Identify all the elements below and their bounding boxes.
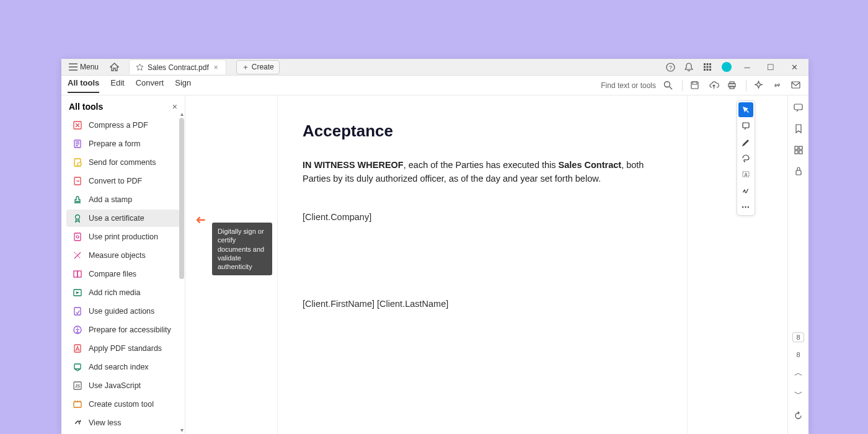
- svg-rect-3: [707, 63, 709, 65]
- tool-item-measure[interactable]: Measure objects: [66, 247, 180, 264]
- signature-tool[interactable]: [738, 183, 753, 198]
- tool-list: Compress a PDFPrepare a formSend for com…: [61, 117, 185, 434]
- comments-panel-button[interactable]: [792, 102, 805, 114]
- create-button[interactable]: ＋ Create: [236, 60, 280, 74]
- tab-title: Sales Contract.pdf: [148, 63, 209, 72]
- profile-avatar[interactable]: [722, 62, 732, 72]
- rotate-button[interactable]: [792, 409, 805, 422]
- tool-item-convert[interactable]: Convert to PDF: [66, 172, 180, 190]
- svg-rect-44: [799, 151, 802, 154]
- scrollbar-thumb[interactable]: [179, 118, 184, 279]
- document-page: Acceptance IN WITNESS WHEREOF, each of t…: [277, 95, 688, 434]
- guided-icon: [73, 306, 82, 316]
- form-icon: [73, 139, 82, 149]
- tool-item-label: Use guided actions: [89, 307, 154, 316]
- scrollbar-up-arrow[interactable]: ▴: [179, 110, 185, 117]
- page-down-button[interactable]: ﹀: [792, 388, 805, 401]
- tab-all-tools[interactable]: All tools: [68, 78, 99, 93]
- select-tool[interactable]: [738, 102, 753, 117]
- doc-heading: Acceptance: [303, 122, 662, 141]
- doc-field-name: [Client.FirstName] [Client.LastName]: [303, 299, 662, 309]
- search-index-icon: [73, 362, 82, 372]
- tab-sign[interactable]: Sign: [175, 78, 191, 93]
- bell-icon: [684, 63, 693, 72]
- apps-button[interactable]: [703, 63, 714, 71]
- comment-tool[interactable]: [738, 118, 753, 133]
- tool-item-print-production[interactable]: Use print production: [66, 228, 180, 246]
- doc-field-company: [Client.Company]: [303, 212, 662, 222]
- tool-item-custom-tool[interactable]: Create custom tool: [66, 396, 180, 413]
- main-area: All tools × Compress a PDFPrepare a form…: [61, 95, 808, 434]
- highlight-tool[interactable]: [738, 135, 753, 149]
- tool-item-stamp[interactable]: Add a stamp: [66, 191, 180, 208]
- toolbar-divider: [746, 80, 746, 91]
- accessibility-icon: [73, 325, 82, 335]
- more-tools[interactable]: ⋯: [738, 199, 753, 214]
- tab-close-button[interactable]: ×: [213, 63, 219, 72]
- tool-item-compress[interactable]: Compress a PDF: [66, 117, 180, 134]
- svg-rect-42: [799, 146, 802, 149]
- tool-item-label: Apply PDF standards: [89, 344, 162, 353]
- doc-text1: , each of the Parties has executed this: [404, 160, 559, 170]
- scrollbar-down-arrow[interactable]: ▾: [179, 427, 185, 433]
- cloud-button[interactable]: [709, 81, 720, 90]
- measure-icon: [73, 250, 82, 260]
- cloud-upload-icon: [709, 81, 719, 90]
- chevron-up-icon: ︿: [794, 368, 803, 379]
- tool-item-send-comments[interactable]: Send for comments: [66, 154, 180, 171]
- save-button[interactable]: [690, 81, 701, 90]
- panel-title: All tools: [69, 102, 103, 112]
- svg-rect-33: [74, 364, 81, 369]
- page-current-input[interactable]: 8: [792, 332, 804, 342]
- tool-item-form[interactable]: Prepare a form: [66, 135, 180, 153]
- tab-edit[interactable]: Edit: [110, 78, 124, 93]
- tool-item-label: Create custom tool: [89, 400, 154, 409]
- menu-label: Menu: [80, 63, 99, 71]
- tooltip: Digitally sign or certify documents and …: [212, 223, 272, 275]
- tool-item-standards[interactable]: Apply PDF standards: [66, 340, 180, 357]
- search-button[interactable]: [663, 81, 675, 90]
- window-maximize-button[interactable]: ☐: [763, 63, 779, 72]
- tool-item-guided[interactable]: Use guided actions: [66, 303, 180, 320]
- tool-item-search-index[interactable]: Add search index: [66, 358, 180, 376]
- tool-item-label: Prepare a form: [89, 140, 140, 148]
- bookmarks-panel-button[interactable]: [792, 123, 805, 135]
- home-button[interactable]: [106, 61, 123, 73]
- window-minimize-button[interactable]: ─: [739, 63, 755, 72]
- tool-item-compare[interactable]: Compare files: [66, 265, 180, 283]
- ai-assist-button[interactable]: [754, 81, 765, 90]
- tool-item-view-less[interactable]: View less: [66, 414, 180, 432]
- svg-point-21: [78, 162, 81, 166]
- document-tab[interactable]: Sales Contract.pdf ×: [129, 60, 226, 74]
- tool-item-accessibility[interactable]: Prepare for accessibility: [66, 321, 180, 339]
- menu-button[interactable]: Menu: [65, 61, 102, 73]
- tool-item-rich-media[interactable]: Add rich media: [66, 284, 180, 301]
- tool-item-label: Add rich media: [89, 288, 140, 297]
- tool-item-javascript[interactable]: JSUse JavaScript: [66, 377, 180, 394]
- print-button[interactable]: [727, 81, 738, 90]
- create-label: Create: [252, 63, 274, 71]
- tool-item-certificate[interactable]: Use a certificate: [66, 210, 180, 227]
- panel-close-button[interactable]: ×: [172, 102, 177, 112]
- share-button[interactable]: [791, 81, 802, 89]
- thumbnails-panel-button[interactable]: [792, 144, 805, 156]
- page-up-button[interactable]: ︿: [792, 367, 805, 379]
- svg-rect-8: [704, 69, 706, 71]
- text-tool[interactable]: A: [738, 167, 753, 182]
- notifications-button[interactable]: [684, 63, 696, 72]
- svg-rect-4: [709, 63, 711, 65]
- star-icon: [136, 63, 144, 71]
- doc-paragraph: IN WITNESS WHEREOF, each of the Parties …: [303, 158, 662, 186]
- tool-item-label: Compare files: [89, 270, 136, 278]
- speech-icon: [794, 104, 804, 113]
- window-close-button[interactable]: ✕: [786, 63, 802, 72]
- svg-rect-2: [704, 63, 706, 65]
- attachments-panel-button[interactable]: [792, 165, 805, 177]
- tab-convert[interactable]: Convert: [136, 78, 164, 93]
- help-button[interactable]: ?: [666, 63, 677, 72]
- chevron-down-icon: ﹀: [794, 389, 803, 400]
- sticky-note-icon: [742, 122, 750, 130]
- link-button[interactable]: [773, 81, 784, 90]
- draw-tool[interactable]: [738, 151, 753, 166]
- bookmark-icon: [794, 124, 803, 134]
